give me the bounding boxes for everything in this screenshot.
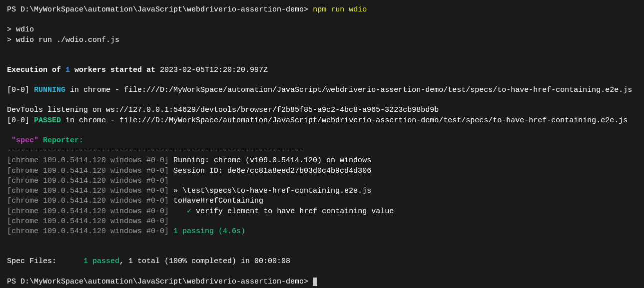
- reporter-header: "spec" Reporter:: [7, 136, 637, 146]
- worker-file: in chrome - file:///D:/MyWorkSpace/autom…: [61, 116, 628, 125]
- browser-prefix: [chrome 109.0.5414.120 windows #0-0]: [7, 207, 169, 216]
- spec-session: Session ID: de6e7cc81a8eed27b03d0c4b9cd4…: [169, 167, 371, 175]
- worker-prefix: [0-0]: [7, 86, 34, 94]
- spec-passing: 1 passing (4.6s): [169, 227, 245, 236]
- exec-mid: workers started at: [70, 66, 155, 74]
- prompt-prefix: PS: [7, 278, 20, 286]
- prompt-path: D:\MyWorkSpace\automation\JavaScript\web…: [20, 5, 304, 14]
- spec-running: Running: chrome (v109.0.5414.120) on win…: [169, 156, 371, 165]
- worker-file: in chrome - file:///D:/MyWorkSpace/autom…: [65, 86, 632, 94]
- browser-prefix: [chrome 109.0.5414.120 windows #0-0]: [7, 167, 169, 175]
- summary-label: Spec Files:: [7, 257, 83, 266]
- browser-prefix: [chrome 109.0.5414.120 windows #0-0]: [7, 217, 169, 226]
- devtools-line: DevTools listening on ws://127.0.0.1:546…: [7, 105, 637, 115]
- spec-test: verify element to have href containing v…: [191, 207, 394, 216]
- exec-workers: 1: [65, 66, 70, 74]
- passed-status: PASSED: [34, 116, 61, 125]
- running-status: RUNNING: [34, 86, 65, 94]
- summary-line: Spec Files: 1 passed, 1 total (100% comp…: [7, 257, 637, 267]
- cursor-icon: [313, 278, 317, 286]
- exec-prefix: Execution of: [7, 66, 65, 74]
- worker-prefix: [0-0]: [7, 116, 34, 125]
- summary-passed: 1 passed: [83, 257, 119, 266]
- browser-prefix: [chrome 109.0.5414.120 windows #0-0]: [7, 177, 169, 185]
- summary-rest: , 1 total (100% completed) in 00:00:08: [119, 257, 290, 266]
- spec-suite: toHaveHrefContaining: [169, 197, 263, 205]
- spec-line: [chrome 109.0.5414.120 windows #0-0] Run…: [7, 156, 637, 166]
- browser-prefix: [chrome 109.0.5414.120 windows #0-0]: [7, 197, 169, 205]
- browser-prefix: [chrome 109.0.5414.120 windows #0-0]: [7, 156, 169, 165]
- prompt-line[interactable]: PS D:\MyWorkSpace\automation\JavaScript\…: [7, 277, 637, 287]
- exec-time: 2023-02-05T12:20:20.997Z: [155, 66, 268, 74]
- check-icon: ✓: [169, 207, 191, 216]
- spec-line: [chrome 109.0.5414.120 windows #0-0] ✓ v…: [7, 207, 637, 217]
- divider-line: ----------------------------------------…: [7, 146, 637, 156]
- spec-line: [chrome 109.0.5414.120 windows #0-0] toH…: [7, 196, 637, 206]
- spec-line: [chrome 109.0.5414.120 windows #0-0]: [7, 217, 637, 227]
- prompt-sep: >: [304, 5, 313, 14]
- spec-line: [chrome 109.0.5414.120 windows #0-0]: [7, 176, 637, 186]
- spec-line: [chrome 109.0.5414.120 windows #0-0] 1 p…: [7, 227, 637, 237]
- spec-line: [chrome 109.0.5414.120 windows #0-0] » \…: [7, 186, 637, 196]
- reporter-spec: "spec": [7, 136, 38, 145]
- npm-script-line: > wdio run ./wdio.conf.js: [7, 35, 637, 45]
- prompt-line[interactable]: PS D:\MyWorkSpace\automation\JavaScript\…: [7, 5, 637, 15]
- spec-line: [chrome 109.0.5414.120 windows #0-0] Ses…: [7, 166, 637, 176]
- npm-script-line: > wdio: [7, 25, 637, 35]
- browser-prefix: [chrome 109.0.5414.120 windows #0-0]: [7, 187, 169, 195]
- prompt-path: D:\MyWorkSpace\automation\JavaScript\web…: [20, 278, 304, 286]
- worker-status-line: [0-0] RUNNING in chrome - file:///D:/MyW…: [7, 85, 637, 95]
- prompt-command: npm run wdio: [313, 5, 367, 14]
- worker-status-line: [0-0] PASSED in chrome - file:///D:/MyWo…: [7, 116, 637, 126]
- spec-file: » \test\specs\to-have-href-containing.e2…: [169, 187, 371, 195]
- browser-prefix: [chrome 109.0.5414.120 windows #0-0]: [7, 227, 169, 236]
- reporter-label: Reporter:: [38, 136, 83, 145]
- prompt-prefix: PS: [7, 5, 20, 14]
- execution-header: Execution of 1 workers started at 2023-0…: [7, 65, 637, 75]
- prompt-sep: >: [304, 278, 313, 286]
